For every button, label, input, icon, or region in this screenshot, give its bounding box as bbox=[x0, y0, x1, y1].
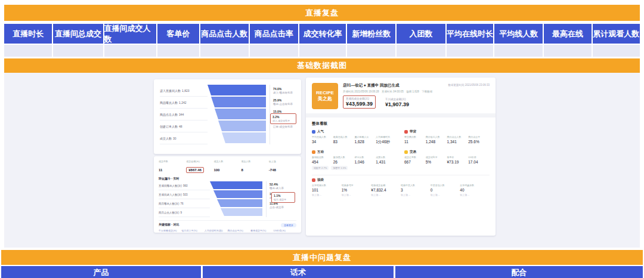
metric-item: 评论次数1,046 bbox=[355, 156, 376, 164]
section-title: 直播中问题复盘 bbox=[293, 252, 351, 263]
screenshots-area: 进入直播间人数1,823 商品曝光人数1,242 商品点击人数344 创建订单人… bbox=[4, 73, 640, 248]
header-cell-click-users[interactable]: 商品点击人数 bbox=[200, 24, 248, 44]
metrics-header-row: 直播时长 直播间总成交 直播间成交人数 客单价 商品点击人数 商品点击率 成交转… bbox=[4, 24, 640, 44]
rate-item: 52.4%曝光-进入率 bbox=[270, 183, 296, 190]
header-cell-total-views[interactable]: 累计观看人数 bbox=[593, 24, 640, 44]
funnel-chart: 进入直播间人数1,823 商品曝光人数1,242 商品点击人数344 创建订单人… bbox=[160, 85, 298, 144]
brand-logo: RECIPE 美之匙 bbox=[312, 83, 338, 109]
stat-item: 成交人数100 bbox=[213, 160, 241, 174]
value-cell[interactable] bbox=[4, 45, 52, 57]
funnel-bar bbox=[222, 132, 266, 143]
metric-item: 成交订单数667 bbox=[404, 156, 426, 164]
value-cell[interactable] bbox=[157, 45, 200, 57]
value-cell[interactable] bbox=[250, 45, 298, 57]
metrics-title: 关键指标 · 对比 bbox=[159, 223, 179, 226]
header-cell-buyers[interactable]: 直播间成交人数 bbox=[104, 24, 156, 44]
section-bar-issues: 直播中问题复盘 bbox=[1, 250, 643, 265]
funnel-stage-label: 成交人数30 bbox=[160, 132, 208, 144]
header-cell-avg-online-time[interactable]: 平均在线时长 bbox=[447, 24, 493, 44]
funnel-bar bbox=[218, 121, 266, 131]
metric-item: 带货商品数11 bbox=[404, 135, 426, 144]
metric-item: 福袋中奖人数3较上场 -- bbox=[401, 184, 431, 196]
funnel-bars bbox=[208, 85, 266, 144]
metric-item: 人均观看时长1分46秒 bbox=[376, 135, 397, 145]
funnel-title: 转化漏斗 · 实时 bbox=[159, 177, 296, 180]
issues-cell-script[interactable]: 话术 bbox=[203, 266, 394, 278]
metric-item: 福袋成交金额¥7,832.4较上场 -- bbox=[371, 184, 401, 196]
value-cell[interactable] bbox=[593, 45, 640, 57]
funnel-stage-label: 商品曝光人数1,242 bbox=[160, 97, 208, 109]
metric-item: UV价值(元)5.07 bbox=[274, 229, 297, 233]
stats-row: 成交件数11 成交金额(元)¥867.46 成交人数100 退款人数8 较上场-… bbox=[159, 160, 296, 174]
funnel-bar bbox=[215, 109, 266, 119]
metric-item: 商品点击率25.6% bbox=[468, 135, 490, 144]
funnel-bar bbox=[221, 208, 262, 216]
board-title: 整体看板 bbox=[312, 121, 490, 126]
section-popularity: 人气 平均在线人数34 最高在线人数83 累计观看人次1,628 人均观看时长1… bbox=[312, 129, 397, 145]
metric-item: 平均在线人数34 bbox=[312, 135, 333, 145]
compass-screenshot[interactable]: 成交件数11 成交金额(元)¥867.46 成交人数100 退款人数8 较上场-… bbox=[154, 156, 301, 233]
stat-item: 成交件数11 bbox=[159, 160, 186, 174]
issues-cell-product[interactable]: 产品 bbox=[1, 266, 201, 278]
metric-item: 最高在线人数83 bbox=[333, 135, 355, 145]
metric-item: 发放福袋次数101较上场 -- bbox=[312, 184, 342, 196]
value-cell[interactable] bbox=[347, 45, 395, 57]
metric-item: 曝光进入率(%)12.4 bbox=[182, 229, 205, 233]
section-title: 基础数据截图 bbox=[297, 60, 347, 71]
header-cell-max-online[interactable]: 最高在线 bbox=[544, 24, 591, 44]
goods-icon bbox=[404, 130, 408, 134]
metrics-section: 关键指标 · 对比 查看更多 千次观看成交(元)194.2 曝光进入率(%)12… bbox=[159, 220, 296, 233]
header-cell-click-rate[interactable]: 商品点击率 bbox=[250, 24, 298, 44]
metric-item: 客单价¥73.19 bbox=[447, 156, 469, 164]
value-cell[interactable] bbox=[544, 45, 591, 57]
live-meta: 开播时间 2021/05/06 19:06:28 直播时长 04:00:05 场… bbox=[343, 90, 490, 93]
trade-icon bbox=[404, 150, 408, 154]
value-cell[interactable] bbox=[397, 45, 445, 57]
value-cell[interactable] bbox=[200, 45, 248, 57]
header-cell-join-club[interactable]: 入团数 bbox=[397, 24, 445, 44]
section-interaction: 互动 新增粉丝数454 新加团人数26 评论次数1,046 点赞次数1,431 … bbox=[312, 150, 397, 170]
header-cell-avg-online-users[interactable]: 平均线人数 bbox=[494, 24, 543, 44]
metric-item: 成交转化率5% bbox=[426, 156, 447, 164]
kpi-gmv: 直播间成交金额(元) ¥43,599.39 bbox=[343, 95, 376, 109]
value-cell[interactable] bbox=[104, 45, 156, 57]
issues-cell-coordination[interactable]: 配合 bbox=[395, 266, 643, 278]
metric-item: 商品曝光人数1,248 bbox=[426, 135, 447, 144]
funnel-bars bbox=[210, 181, 262, 217]
header-cell-conv-rate[interactable]: 成交转化率 bbox=[299, 24, 346, 44]
value-cell[interactable] bbox=[53, 45, 103, 57]
funnel-screenshot[interactable]: 进入直播间人数1,823 商品曝光人数1,242 商品点击人数344 创建订单人… bbox=[154, 79, 301, 154]
issues-header-row: 产品 话术 配合 bbox=[1, 266, 643, 278]
stat-item: 成交金额(元)¥867.46 bbox=[186, 160, 213, 174]
metric-item: 新加团人数26 bbox=[333, 156, 355, 164]
section-title: 直播复盘 bbox=[305, 8, 339, 18]
value-cell[interactable] bbox=[299, 45, 346, 57]
header-cell-duration[interactable]: 直播时长 bbox=[4, 24, 52, 44]
metric-item: 中奖留存人数0较上场 -- bbox=[431, 184, 460, 196]
header-cell-avg-order[interactable]: 客单价 bbox=[157, 24, 200, 44]
club-rate-tag: 加团率 1.5% bbox=[331, 166, 348, 170]
funnel-stage-label: 商品点击人数(次)9 bbox=[159, 208, 210, 217]
metric-item: 商品点击人数1,341 bbox=[447, 135, 469, 144]
section-bar-base-data: 基础数据截图 bbox=[4, 58, 640, 73]
metrics-value-row bbox=[4, 45, 640, 57]
highlight-rate-box: 1.1% 曝光-成交率 bbox=[271, 192, 295, 203]
value-cell[interactable] bbox=[447, 45, 493, 57]
funnel-stage-label: 创建订单人数48 bbox=[160, 121, 208, 132]
header-cell-total-gmv[interactable]: 直播间总成交 bbox=[53, 24, 103, 44]
funnel-bar bbox=[210, 181, 262, 189]
dashboard-header: RECIPE 美之匙 店01—妆记 ● 直播中 回放已生成 开播时间 2021/… bbox=[312, 83, 490, 109]
header-cell-new-fans[interactable]: 新增粉丝数 bbox=[347, 24, 395, 44]
funnel-stage-label: 直播间进入人数(次)503 bbox=[159, 190, 210, 199]
section-bar-live-review: 直播复盘 bbox=[4, 5, 640, 21]
rate-item: 25.9%曝光-点击转化率 bbox=[273, 98, 298, 106]
metric-item: 看播成交率(%)1.37 bbox=[250, 229, 274, 233]
section-luckybag: 福袋 发放福袋次数101较上场 -- 福袋参与率1%较上场 -- 福袋成交金额¥… bbox=[312, 175, 490, 196]
metric-item: 千次观看成交(元)194.2 bbox=[159, 229, 182, 233]
fan-rate-tag: 转粉率 2.7% bbox=[312, 166, 329, 170]
divider bbox=[306, 113, 496, 118]
luckybag-icon bbox=[312, 178, 315, 182]
value-cell[interactable] bbox=[494, 45, 543, 57]
dashboard-screenshot[interactable]: RECIPE 美之匙 店01—妆记 ● 直播中 回放已生成 开播时间 2021/… bbox=[306, 78, 496, 236]
metric-item: 发放优惠券数40较上场 -- bbox=[460, 184, 490, 196]
